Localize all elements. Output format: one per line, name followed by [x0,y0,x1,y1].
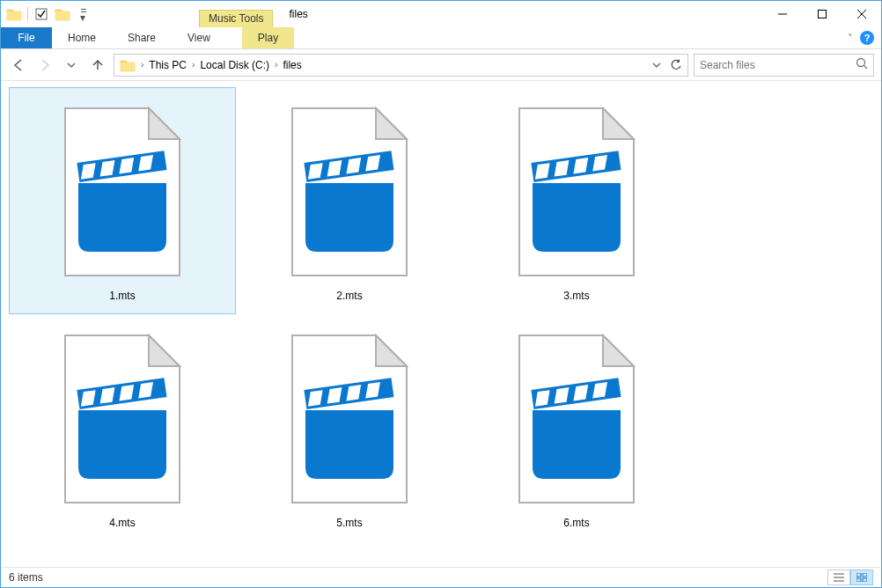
status-bar: 6 items [2,567,880,587]
file-item[interactable]: 1.mts [9,87,236,314]
qat-properties-icon[interactable] [32,4,51,24]
file-list[interactable]: 1.mts 2.mts 3.mts 4.mts 5.mts 6.mts [2,82,880,566]
status-item-count: 6 items [9,571,43,584]
qat-folder-icon[interactable] [4,4,24,24]
ribbon: File Home Share View Play ˅ ? [1,27,881,49]
window-title: files [289,8,307,20]
context-tab-header: Music Tools [199,1,273,27]
file-item[interactable]: 3.mts [463,87,690,314]
file-name-label: 2.mts [336,290,362,302]
recent-locations-button[interactable] [61,55,82,76]
address-folder-icon [119,56,136,74]
file-name-label: 1.mts [109,290,135,302]
window-controls [762,1,881,27]
chevron-right-icon[interactable]: › [190,60,196,70]
ribbon-tab-share[interactable]: Share [112,27,172,48]
svg-rect-18 [863,578,867,582]
file-name-label: 3.mts [563,290,589,302]
title-bar: =▾ Music Tools files [1,1,881,27]
minimize-button[interactable] [762,1,802,26]
close-button[interactable] [842,1,881,26]
refresh-button[interactable] [666,55,686,75]
video-file-icon [511,99,643,284]
breadcrumb-files[interactable]: files [279,59,305,71]
svg-rect-17 [856,578,861,582]
search-input[interactable] [700,59,856,71]
video-file-icon [56,327,188,511]
address-dropdown-button[interactable] [647,55,666,75]
video-file-icon [283,327,415,511]
chevron-right-icon[interactable]: › [273,60,279,70]
file-name-label: 4.mts [109,517,135,529]
file-name-label: 5.mts [336,517,362,529]
context-tab-music-tools[interactable]: Music Tools [199,10,273,27]
qat-newfolder-icon[interactable] [53,4,72,24]
svg-rect-7 [818,10,826,18]
forward-button[interactable] [34,55,55,76]
video-file-icon [56,99,188,284]
file-item[interactable]: 4.mts [9,314,236,541]
up-button[interactable] [87,55,108,76]
address-bar[interactable]: › This PC › Local Disk (C:) › files [114,54,688,77]
search-icon[interactable] [856,57,868,72]
ribbon-tab-home[interactable]: Home [52,27,112,48]
search-box[interactable] [694,54,874,77]
breadcrumb-local-disk[interactable]: Local Disk (C:) [196,59,273,71]
file-item[interactable]: 6.mts [463,314,690,541]
ribbon-file-tab[interactable]: File [1,27,52,48]
qat-dropdown-icon[interactable]: =▾ [74,4,93,24]
quick-access-toolbar: =▾ [1,1,93,27]
video-file-icon [283,99,415,284]
maximize-button[interactable] [802,1,842,26]
svg-rect-15 [856,573,861,577]
details-view-button[interactable] [827,570,850,585]
view-toggle [827,570,873,585]
chevron-right-icon[interactable]: › [139,60,145,70]
help-icon[interactable]: ? [860,31,874,45]
svg-point-10 [857,59,865,67]
svg-line-11 [864,66,868,70]
navigation-bar: › This PC › Local Disk (C:) › files [1,49,881,81]
ribbon-tab-play[interactable]: Play [242,27,294,48]
video-file-icon [511,327,643,511]
icons-view-button[interactable] [850,570,873,585]
breadcrumb-this-pc[interactable]: This PC [145,59,190,71]
file-item[interactable]: 2.mts [236,87,463,314]
file-item[interactable]: 5.mts [236,314,463,541]
back-button[interactable] [8,55,29,76]
file-name-label: 6.mts [563,517,589,529]
svg-rect-16 [863,573,867,577]
ribbon-tab-view[interactable]: View [172,27,226,48]
ribbon-expand-icon[interactable]: ˅ [848,33,853,44]
